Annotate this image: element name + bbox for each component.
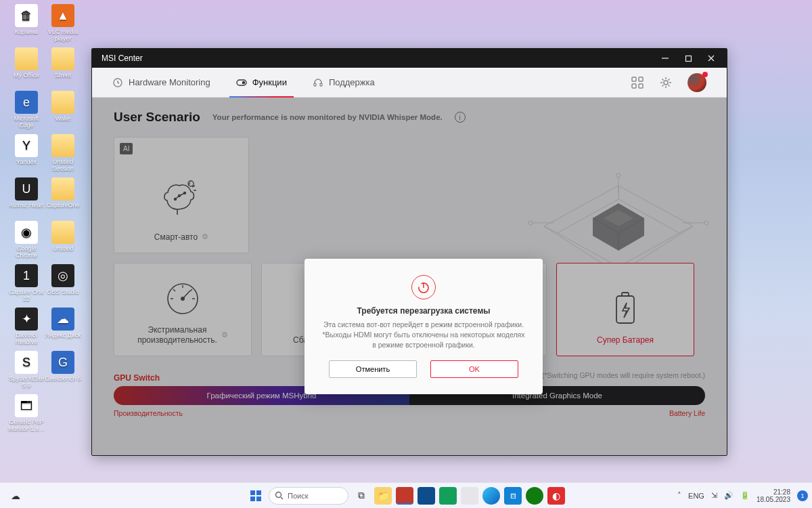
- desktop-icon[interactable]: Untitled Session: [45, 134, 81, 172]
- tab-functions[interactable]: Функции: [236, 68, 287, 97]
- desktop-icon[interactable]: CaptureOne: [45, 177, 81, 209]
- cancel-button[interactable]: Отменить: [329, 360, 417, 378]
- svg-rect-29: [256, 496, 261, 501]
- tab-hardware-monitoring[interactable]: Hardware Monitoring: [112, 68, 210, 97]
- taskbar-app-icon[interactable]: ◐: [547, 487, 565, 505]
- desktop-icon[interactable]: YYandex: [8, 134, 45, 165]
- wifi-icon[interactable]: ⇲: [711, 491, 717, 500]
- power-icon: [411, 275, 436, 299]
- desktop-icon-label: Untitled Session: [45, 158, 81, 172]
- desktop-icon[interactable]: Wake: [45, 91, 81, 122]
- tab-support[interactable]: Поддержка: [313, 68, 375, 97]
- tabs-bar: Hardware Monitoring Функции Поддержка: [92, 68, 727, 98]
- svg-rect-28: [250, 496, 255, 501]
- desktop-icon-glyph: 🗑: [15, 4, 38, 27]
- desktop-icon[interactable]: ◎OBS Studio: [45, 264, 81, 295]
- desktop-icon[interactable]: SSpyderXElite 5.9: [8, 351, 45, 389]
- ok-button[interactable]: OK: [430, 360, 518, 378]
- notification-badge[interactable]: 1: [797, 490, 808, 501]
- desktop-icon[interactable]: UAtomic Heart: [8, 177, 45, 209]
- headset-icon: [313, 77, 323, 88]
- desktop-icon-label: Google Chrome: [8, 245, 45, 259]
- desktop-icon-label: Wake: [45, 115, 81, 122]
- volume-icon[interactable]: 🔊: [724, 491, 734, 500]
- desktop-icon[interactable]: Street: [45, 47, 81, 79]
- tray-date: 18.05.2023: [757, 496, 790, 503]
- system-tray: ˄ ENG ⇲ 🔊 🔋 21:28 18.05.2023 1: [677, 488, 808, 503]
- desktop-icon-glyph: [51, 134, 74, 157]
- reboot-dialog: Требуется перезагрузка системы Эта систе…: [304, 259, 543, 394]
- desktop-icon-label: My Office: [8, 72, 45, 79]
- svg-rect-6: [320, 83, 322, 86]
- minimize-button[interactable]: [654, 49, 677, 68]
- task-view-button[interactable]: ⧉: [353, 487, 370, 505]
- desktop-icon-glyph: e: [15, 91, 38, 114]
- desktop-icon[interactable]: ▲VLC media player: [45, 4, 81, 42]
- svg-point-4: [242, 81, 245, 84]
- desktop-icon[interactable]: 1Capture One 22: [8, 264, 45, 302]
- taskbar-app-icon[interactable]: [418, 487, 435, 505]
- svg-rect-7: [632, 77, 636, 81]
- svg-rect-5: [314, 83, 316, 86]
- desktop-icon[interactable]: eMicrosoft Edge: [8, 91, 45, 129]
- desktop-icon-label: SpyderXElite 5.9: [8, 375, 45, 389]
- desktop-icon-glyph: ✦: [15, 308, 38, 331]
- taskbar-search[interactable]: Поиск: [269, 487, 348, 505]
- tray-chevron-icon[interactable]: ˄: [677, 491, 681, 500]
- desktop-icon-label: Корзина: [8, 28, 45, 35]
- desktop-icon[interactable]: 🗑Корзина: [8, 4, 45, 35]
- battery-icon[interactable]: 🔋: [740, 491, 750, 500]
- user-avatar[interactable]: [687, 73, 706, 92]
- desktop-icon-glyph: ▲: [51, 4, 74, 27]
- tab-label: Функции: [252, 77, 287, 87]
- taskbar-app-icon[interactable]: [439, 487, 457, 505]
- desktop-icon-label: Street: [45, 72, 81, 79]
- desktop-icon-glyph: G: [51, 351, 74, 374]
- desktop-icon-label: Atomic Heart: [8, 202, 45, 209]
- desktop-icon[interactable]: Untitled: [45, 221, 81, 252]
- desktop-icon-glyph: 1: [15, 264, 38, 287]
- titlebar: MSI Center: [92, 49, 727, 68]
- desktop-icon-glyph: [51, 91, 74, 114]
- start-button[interactable]: [247, 487, 265, 505]
- desktop-icon[interactable]: ✦DaVinci Resolve: [8, 308, 45, 345]
- content-area: User Scenario Your performance is now mo…: [92, 98, 727, 455]
- desktop-icon[interactable]: GGeekbench 6: [45, 351, 81, 382]
- search-placeholder: Поиск: [288, 492, 308, 500]
- msi-center-taskbar-icon[interactable]: [396, 487, 413, 505]
- settings-icon[interactable]: [659, 76, 673, 89]
- svg-rect-1: [685, 56, 691, 61]
- maximize-button[interactable]: [677, 49, 700, 68]
- tab-label: Поддержка: [329, 77, 375, 87]
- svg-rect-26: [250, 490, 255, 495]
- tray-time: 21:28: [757, 488, 790, 496]
- desktop-icon[interactable]: ◉Google Chrome: [8, 221, 45, 259]
- store-icon[interactable]: ⧈: [504, 487, 522, 505]
- apps-icon[interactable]: [631, 76, 644, 89]
- weather-widget[interactable]: ☁: [7, 487, 24, 505]
- desktop-icon-label: CaptureOne: [45, 202, 81, 209]
- xbox-icon[interactable]: [526, 487, 543, 505]
- tray-language[interactable]: ENG: [688, 492, 704, 500]
- explorer-icon[interactable]: 📁: [374, 487, 392, 505]
- taskbar-app-icon[interactable]: [461, 487, 478, 505]
- tray-clock[interactable]: 21:28 18.05.2023: [757, 488, 790, 503]
- desktop-icon-label: Яндекс.Диск: [45, 332, 81, 339]
- desktop-icon-label: Microsoft Edge: [8, 115, 45, 129]
- desktop-icon[interactable]: 🗔Generic PnP Monitor-1.x…: [8, 394, 45, 432]
- toggle-icon: [236, 77, 247, 88]
- edge-icon[interactable]: [482, 487, 500, 505]
- desktop-icon-glyph: U: [15, 177, 38, 200]
- svg-rect-8: [639, 77, 643, 81]
- close-button[interactable]: [700, 49, 723, 68]
- svg-rect-27: [256, 490, 261, 495]
- desktop-icon[interactable]: My Office: [8, 47, 45, 79]
- desktop-icon-glyph: [51, 47, 74, 70]
- msi-center-window: MSI Center Hardware Monitoring Функции П…: [91, 48, 727, 456]
- desktop-icon-label: Generic PnP Monitor-1.x…: [8, 419, 45, 432]
- desktop-icon-label: Geekbench 6: [45, 375, 81, 382]
- desktop-icon[interactable]: ☁Яндекс.Диск: [45, 308, 81, 339]
- dialog-title: Требуется перезагрузка системы: [322, 306, 525, 316]
- desktop-icon-glyph: [51, 221, 74, 244]
- desktop-icon-label: Yandex: [8, 158, 45, 165]
